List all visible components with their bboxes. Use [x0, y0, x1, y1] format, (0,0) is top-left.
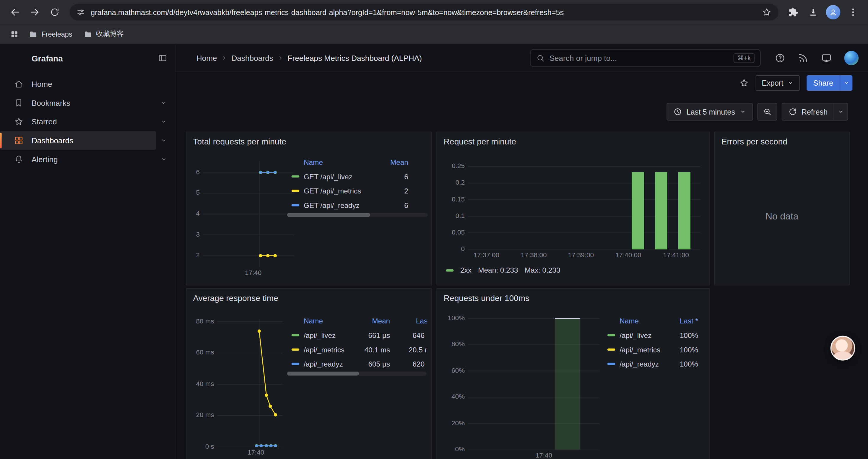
legend-header: Name Mean Last *: [287, 314, 427, 328]
share-button[interactable]: Share: [807, 75, 840, 91]
series-last: 646 µs: [390, 331, 427, 339]
scrollbar-thumb[interactable]: [287, 213, 370, 217]
series-swatch: [291, 334, 299, 336]
series-swatch: [608, 363, 615, 365]
breadcrumb-home[interactable]: Home: [196, 54, 217, 62]
panel-title[interactable]: Requests under 100ms: [444, 293, 529, 302]
chevron-down-icon[interactable]: [158, 134, 170, 146]
series-name[interactable]: /api/_livez: [304, 331, 356, 339]
series-name[interactable]: /api/_livez: [620, 331, 680, 339]
chevron-down-icon[interactable]: [158, 97, 170, 109]
legend-col-name[interactable]: Name: [304, 317, 356, 325]
zoom-out-button[interactable]: [757, 103, 777, 121]
series-name[interactable]: GET /api/_metrics: [304, 187, 378, 195]
share-dropdown-button[interactable]: [840, 75, 852, 91]
breadcrumb-dashboards[interactable]: Dashboards: [231, 54, 273, 62]
legend-col-mean[interactable]: Mean: [356, 317, 390, 325]
display-icon[interactable]: [821, 52, 832, 63]
series-swatch: [446, 269, 454, 271]
chevron-down-icon[interactable]: [158, 116, 170, 128]
p2-plot[interactable]: [468, 160, 700, 249]
refresh-interval-dropdown[interactable]: [834, 103, 848, 121]
series-mean: 661 µs: [356, 331, 390, 339]
p4-plot[interactable]: [217, 319, 283, 447]
series-name[interactable]: /api/_metrics: [304, 345, 356, 354]
panel-title[interactable]: Average response time: [193, 293, 278, 302]
legend-row: /api/_livez 661 µs 646 µs: [287, 328, 427, 342]
series-mean: 40.1 ms: [356, 345, 390, 354]
search-input[interactable]: [549, 54, 729, 63]
legend-scrollbar[interactable]: [287, 213, 428, 217]
help-icon[interactable]: [775, 52, 785, 63]
refresh-button[interactable]: Refresh: [781, 103, 834, 121]
chevron-down-icon: [787, 80, 794, 86]
legend-col-last[interactable]: Last *: [390, 317, 427, 325]
sidebar-item-bookmarks[interactable]: Bookmarks: [0, 93, 176, 112]
back-button[interactable]: [6, 3, 25, 22]
bookmark-star-icon[interactable]: [762, 7, 772, 17]
chevron-down-icon[interactable]: [158, 153, 170, 165]
apps-grid-icon[interactable]: [6, 26, 22, 42]
profile-avatar[interactable]: [824, 3, 843, 22]
address-bar[interactable]: grafana.mathmast.com/d/deytv4rwavabkb/fr…: [70, 4, 778, 21]
browser-menu-icon[interactable]: [844, 3, 863, 22]
forward-button[interactable]: [25, 3, 44, 22]
legend-header: Name Last *: [603, 314, 701, 328]
floating-assistant-avatar[interactable]: [831, 336, 855, 361]
sidebar-item-starred[interactable]: Starred: [0, 112, 176, 131]
downloads-icon[interactable]: [804, 3, 823, 22]
series-name[interactable]: /api/_readyz: [304, 360, 356, 368]
series-name[interactable]: 2xx: [460, 266, 471, 274]
legend-col-name[interactable]: Name: [620, 317, 680, 325]
legend-col-name[interactable]: Name: [304, 158, 378, 167]
legend-col-mean[interactable]: Mean: [378, 158, 408, 167]
reload-button[interactable]: [45, 3, 64, 22]
home-icon: [14, 79, 24, 89]
bookmark-icon: [14, 98, 24, 108]
time-range-picker[interactable]: Last 5 minutes: [666, 103, 753, 121]
p1-plot[interactable]: [203, 161, 294, 267]
sidebar-item-label: Home: [32, 80, 52, 89]
p4-chart: 80 ms60 ms40 ms20 ms0 s 17:40: [191, 319, 283, 457]
grafana-logo[interactable]: [12, 52, 25, 64]
bookmark-item[interactable]: Freeleaps: [24, 28, 76, 41]
browser-window: grafana.mathmast.com/d/deytv4rwavabkb/fr…: [0, 0, 868, 459]
export-button[interactable]: Export: [756, 75, 800, 91]
sidebar-item-alerting[interactable]: Alerting: [0, 150, 176, 169]
export-label: Export: [762, 79, 783, 87]
legend-row: /api/_readyz 100%: [603, 357, 701, 371]
dock-menu-icon[interactable]: [158, 53, 168, 63]
panel-title[interactable]: Request per minute: [444, 137, 516, 146]
series-name[interactable]: /api/_readyz: [620, 360, 680, 368]
url-text[interactable]: grafana.mathmast.com/d/deytv4rwavabkb/fr…: [91, 8, 762, 16]
bookmark-item[interactable]: 收藏博客: [79, 27, 128, 41]
scrollbar-thumb[interactable]: [287, 371, 359, 375]
series-name[interactable]: GET /api/_readyz: [304, 201, 378, 209]
series-mean: 6: [378, 201, 408, 209]
y-axis: 0.250.20.150.10.050: [441, 160, 468, 249]
series-last: 100%: [680, 331, 701, 339]
series-swatch: [608, 334, 615, 336]
favorite-star-icon[interactable]: [739, 78, 749, 88]
panel-title[interactable]: Total requests per minute: [193, 137, 286, 146]
panel-requests-under-100ms: Requests under 100ms 100%80%60%40%20%0% …: [436, 288, 710, 459]
extensions-icon[interactable]: [784, 3, 803, 22]
legend-scrollbar[interactable]: [287, 371, 427, 375]
chevron-right-icon: [221, 54, 227, 61]
legend-row: /api/_livez 100%: [603, 328, 701, 342]
site-settings-icon[interactable]: [76, 8, 85, 17]
series-name[interactable]: GET /api/_livez: [304, 172, 378, 181]
x-axis: 17:40: [217, 447, 283, 457]
news-rss-icon[interactable]: [798, 52, 809, 63]
chevron-down-icon: [838, 108, 844, 115]
search-box[interactable]: ⌘+k: [530, 49, 761, 67]
sidebar-item-dashboards[interactable]: Dashboards: [0, 131, 176, 150]
user-avatar[interactable]: [844, 51, 859, 65]
p5-plot[interactable]: [468, 316, 600, 450]
series-name[interactable]: /api/_metrics: [620, 345, 680, 354]
legend-col-last[interactable]: Last *: [680, 317, 701, 325]
y-axis: 65432: [189, 161, 203, 267]
legend-header: Name Mean: [287, 155, 429, 169]
sidebar-item-home[interactable]: Home: [0, 75, 176, 94]
panel-title[interactable]: Errors per second: [721, 137, 787, 146]
